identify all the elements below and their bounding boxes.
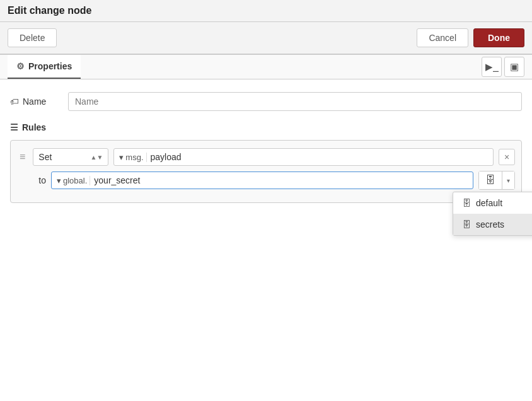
dropdown-secrets-icon: 🗄 — [462, 219, 471, 230]
value-text: your_secret — [94, 175, 468, 185]
done-button[interactable]: Done — [473, 28, 524, 47]
description-icon: ▶⎯ — [485, 61, 499, 73]
target-prefix-btn[interactable]: ▾ msg. — [119, 153, 146, 162]
name-label: 🏷 Name — [10, 96, 61, 107]
tabs-bar: ⚙ Properties ▶⎯ ▣ — [0, 55, 532, 79]
gear-icon: ⚙ — [16, 61, 25, 71]
name-input[interactable] — [68, 92, 522, 111]
target-arrow-icon: ▾ — [119, 153, 124, 162]
dropdown-default-label: default — [476, 198, 502, 208]
page-title: Edit change node — [8, 5, 91, 16]
tab-appearance-button[interactable]: ▣ — [504, 57, 524, 77]
title-bar: Edit change node — [0, 0, 532, 22]
value-prefix-text: global. — [63, 176, 87, 185]
action-select[interactable]: Set ▲▼ — [33, 148, 108, 166]
close-icon: × — [504, 152, 509, 162]
action-select-arrow: ▲▼ — [91, 154, 103, 161]
tab-description-button[interactable]: ▶⎯ — [482, 57, 502, 77]
cancel-button[interactable]: Cancel — [417, 28, 468, 47]
value-arrow-icon: ▾ — [57, 176, 61, 185]
toolbar: Delete Cancel Done — [0, 22, 532, 55]
db-dropdown-arrow-icon: ▾ — [507, 177, 510, 184]
to-row: to ▾ global. your_secret 🗄 ▾ — [32, 171, 515, 190]
delete-rule-button[interactable]: × — [499, 149, 515, 165]
dropdown-item-default[interactable]: 🗄 default — [453, 192, 532, 214]
dropdown-item-secrets[interactable]: 🗄 secrets — [453, 214, 532, 235]
dropdown-secrets-label: secrets — [476, 219, 504, 230]
tag-icon: 🏷 — [10, 96, 19, 107]
db-dropdown-popup: 🗄 default 🗄 secrets — [453, 192, 532, 236]
rule-row-1: ≡ Set ▲▼ ▾ msg. payload × — [17, 148, 515, 166]
dropdown-default-icon: 🗄 — [462, 198, 471, 208]
target-prefix-text: msg. — [125, 153, 143, 162]
rules-section-label: ☰ Rules — [10, 122, 522, 132]
db-icon: 🗄 — [485, 175, 495, 186]
drag-handle[interactable]: ≡ — [17, 149, 28, 165]
name-field-row: 🏷 Name — [10, 92, 522, 111]
rules-container: ≡ Set ▲▼ ▾ msg. payload × to — [10, 140, 522, 203]
value-field[interactable]: ▾ global. your_secret — [51, 171, 473, 189]
db-button-group: 🗄 ▾ 🗄 default 🗄 secrets — [478, 171, 515, 190]
tab-properties-label: Properties — [28, 61, 72, 71]
to-label: to — [32, 175, 46, 185]
rules-icon: ☰ — [10, 122, 18, 132]
db-dropdown-arrow-button[interactable]: ▾ — [502, 171, 514, 189]
main-content: 🏷 Name ☰ Rules ≡ Set ▲▼ ▾ msg. payload — [0, 79, 532, 216]
action-select-value: Set — [38, 152, 52, 162]
target-value-text: payload — [151, 152, 182, 162]
db-icon-button[interactable]: 🗄 — [479, 171, 502, 189]
appearance-icon: ▣ — [510, 61, 519, 73]
delete-button[interactable]: Delete — [8, 28, 57, 47]
value-prefix-btn[interactable]: ▾ global. — [57, 176, 90, 185]
tab-properties[interactable]: ⚙ Properties — [8, 55, 81, 79]
target-field[interactable]: ▾ msg. payload — [113, 148, 494, 166]
